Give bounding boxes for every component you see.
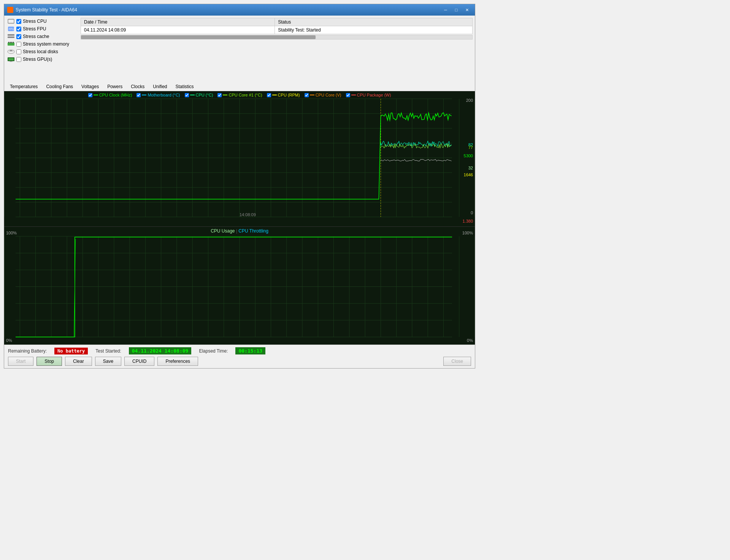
- stress-fpu-label: Stress FPU: [23, 26, 46, 32]
- svg-rect-21: [8, 58, 14, 60]
- start-button[interactable]: Start: [8, 357, 33, 366]
- legend-motherboard: Motherboard (°C): [136, 93, 180, 97]
- legend-motherboard-checkbox[interactable]: [136, 93, 141, 97]
- stress-memory-label: Stress system memory: [23, 41, 69, 47]
- cpu-icon: [7, 19, 15, 24]
- bottom-chart-title: CPU Usage | CPU Throttling: [211, 228, 268, 234]
- stress-fpu-checkbox[interactable]: [16, 27, 21, 32]
- legend-cpu-package-color: [351, 95, 356, 95]
- svg-rect-11: [8, 36, 14, 38]
- test-started-value: 04.11.2024 14:08:09: [129, 347, 192, 354]
- top-chart: CPU Clock (MHz) Motherboard (°C) CPU (°C…: [4, 91, 475, 227]
- bottom-bar: Remaining Battery: No battery Test Start…: [4, 345, 475, 368]
- svg-rect-1: [8, 19, 14, 23]
- clear-button[interactable]: Clear: [65, 357, 92, 366]
- tab-temperatures[interactable]: Temperatures: [6, 82, 42, 91]
- stress-disks-checkbox[interactable]: [16, 49, 21, 54]
- maximize-button[interactable]: □: [451, 6, 461, 14]
- elapsed-time-value: 00:15:13: [235, 347, 265, 354]
- chart-pct-bottom-left: 0%: [6, 338, 12, 343]
- battery-label: Remaining Battery:: [8, 348, 47, 354]
- minimize-button[interactable]: ─: [441, 6, 451, 14]
- stress-disks-label: Stress local disks: [23, 49, 58, 54]
- svg-marker-0: [8, 8, 13, 12]
- save-button[interactable]: Save: [95, 357, 121, 366]
- stress-cache-row: Stress cache: [7, 34, 75, 39]
- fpu-icon: FPU: [7, 26, 15, 32]
- chart-val-32: 32: [468, 166, 473, 170]
- legend-cpu-clock-checkbox[interactable]: [88, 93, 92, 97]
- legend-cpu-core1-checkbox[interactable]: [217, 93, 222, 97]
- tab-voltages[interactable]: Voltages: [77, 82, 103, 91]
- cpuid-button[interactable]: CPUID: [124, 357, 154, 366]
- close-button[interactable]: Close: [443, 357, 471, 366]
- chart-pct-bottom-right: 0%: [467, 338, 473, 343]
- log-col-status: Status: [275, 18, 473, 26]
- legend-cpu-clock: CPU Clock (MHz): [88, 93, 132, 97]
- stress-gpu-checkbox[interactable]: [16, 57, 21, 62]
- elapsed-time-label: Elapsed Time:: [199, 348, 228, 354]
- battery-value: No battery: [54, 348, 88, 354]
- window-title: System Stability Test - AIDA64: [16, 7, 77, 13]
- app-icon: [7, 7, 13, 13]
- tab-powers[interactable]: Powers: [103, 82, 127, 91]
- legend-cpu-rpm-color: [272, 95, 277, 95]
- chart-y-max: 200: [466, 98, 473, 103]
- tab-clocks[interactable]: Clocks: [127, 82, 149, 91]
- log-status-cell: Stability Test: Started: [275, 26, 473, 34]
- bottom-chart: CPU Usage | CPU Throttling 100% 0% 100% …: [4, 227, 475, 345]
- chart-val-1380: 1.380: [462, 219, 473, 223]
- stress-cache-label: Stress cache: [23, 34, 49, 39]
- tab-cooling-fans[interactable]: Cooling Fans: [42, 82, 77, 91]
- legend-cpu-temp-color: [190, 95, 195, 95]
- legend-cpu-package-checkbox[interactable]: [346, 93, 350, 97]
- stress-cpu-row: Stress CPU: [7, 19, 75, 24]
- legend-cpu-core-v-checkbox[interactable]: [305, 93, 309, 97]
- legend-cpu-rpm-checkbox[interactable]: [267, 93, 271, 97]
- log-datetime-cell: 04.11.2024 14:08:09: [81, 26, 275, 34]
- chart-y-min: 0: [471, 210, 473, 215]
- cache-icon: [7, 34, 15, 39]
- disk-icon: [7, 49, 15, 54]
- legend-cpu-package: CPU Package (W): [346, 93, 391, 97]
- header-section: Stress CPU FPU Stress FPU Stress cache: [4, 16, 475, 82]
- buttons-row: Start Stop Clear Save CPUID Preferences …: [8, 357, 471, 366]
- stress-gpu-row: Stress GPU(s): [7, 57, 75, 62]
- stress-gpu-label: Stress GPU(s): [23, 57, 52, 62]
- chart-time-label: 14:08:09: [240, 212, 256, 217]
- legend-cpu-temp: CPU (°C): [185, 93, 213, 97]
- legend-cpu-core1: CPU Core #1 (°C): [217, 93, 262, 97]
- stress-cpu-checkbox[interactable]: [16, 19, 21, 24]
- log-table: Date / Time Status 04.11.2024 14:08:09 S…: [81, 18, 473, 34]
- svg-rect-10: [8, 34, 14, 36]
- tabs-bar: Temperatures Cooling Fans Voltages Power…: [4, 82, 475, 91]
- chart-val-77: 77: [468, 145, 473, 150]
- top-chart-canvas: [4, 91, 475, 226]
- svg-rect-14: [10, 42, 11, 43]
- preferences-button[interactable]: Preferences: [157, 357, 198, 366]
- chart-pct-top-right: 100%: [462, 231, 473, 235]
- log-scrollbar-thumb[interactable]: [81, 35, 316, 39]
- legend-cpu-clock-label: CPU Clock (MHz): [99, 93, 132, 97]
- log-panel: Date / Time Status 04.11.2024 14:08:09 S…: [78, 16, 475, 82]
- stress-memory-checkbox[interactable]: [16, 42, 21, 47]
- titlebar-left: System Stability Test - AIDA64: [7, 7, 77, 13]
- stress-cache-checkbox[interactable]: [16, 34, 21, 39]
- legend-cpu-clock-color: [94, 95, 98, 95]
- stop-button[interactable]: Stop: [36, 357, 62, 366]
- svg-rect-12: [8, 43, 14, 46]
- close-window-button[interactable]: ✕: [462, 6, 472, 14]
- log-scrollbar[interactable]: [81, 35, 473, 40]
- svg-text:FPU: FPU: [9, 28, 14, 30]
- legend-cpu-core1-color: [223, 95, 227, 95]
- legend-cpu-temp-label: CPU (°C): [196, 93, 213, 97]
- chart-legend: CPU Clock (MHz) Motherboard (°C) CPU (°C…: [4, 93, 475, 97]
- legend-cpu-temp-checkbox[interactable]: [185, 93, 189, 97]
- legend-cpu-core-v: CPU Core (V): [305, 93, 341, 97]
- tab-statistics[interactable]: Statistics: [171, 82, 198, 91]
- tab-unified[interactable]: Unified: [149, 82, 171, 91]
- table-row: 04.11.2024 14:08:09 Stability Test: Star…: [81, 26, 473, 34]
- legend-cpu-package-label: CPU Package (W): [357, 93, 391, 97]
- stress-cpu-label: Stress CPU: [23, 19, 47, 24]
- memory-icon: [7, 41, 15, 47]
